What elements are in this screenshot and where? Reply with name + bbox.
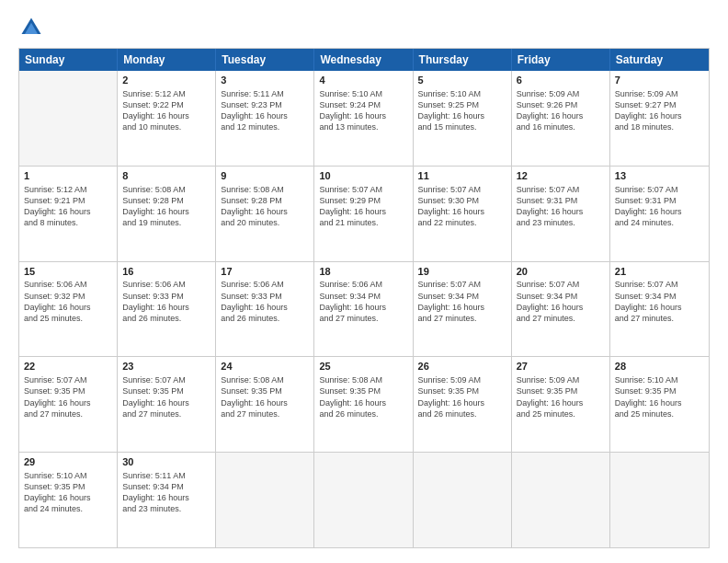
day-info: Sunrise: 5:08 AM Sunset: 9:35 PM Dayligh… xyxy=(221,374,309,419)
calendar-row-0: 2Sunrise: 5:12 AM Sunset: 9:22 PM Daylig… xyxy=(19,71,709,166)
day-info: Sunrise: 5:12 AM Sunset: 9:22 PM Dayligh… xyxy=(122,88,210,133)
day-cell-13: 13Sunrise: 5:07 AM Sunset: 9:31 PM Dayli… xyxy=(610,167,709,261)
day-info: Sunrise: 5:11 AM Sunset: 9:34 PM Dayligh… xyxy=(122,470,210,515)
day-number: 15 xyxy=(24,265,112,279)
day-cell-2: 2Sunrise: 5:12 AM Sunset: 9:22 PM Daylig… xyxy=(118,71,216,166)
day-info: Sunrise: 5:10 AM Sunset: 9:35 PM Dayligh… xyxy=(615,374,704,419)
day-cell-27: 27Sunrise: 5:09 AM Sunset: 9:35 PM Dayli… xyxy=(512,357,610,452)
calendar-header: SundayMondayTuesdayWednesdayThursdayFrid… xyxy=(19,49,709,71)
day-number: 7 xyxy=(615,74,704,87)
calendar-row-3: 22Sunrise: 5:07 AM Sunset: 9:35 PM Dayli… xyxy=(19,356,709,452)
empty-cell-4-3 xyxy=(314,453,413,547)
day-info: Sunrise: 5:07 AM Sunset: 9:30 PM Dayligh… xyxy=(418,184,506,229)
day-cell-9: 9Sunrise: 5:08 AM Sunset: 9:28 PM Daylig… xyxy=(216,167,314,261)
day-cell-1: 1Sunrise: 5:12 AM Sunset: 9:21 PM Daylig… xyxy=(19,167,118,261)
day-number: 17 xyxy=(221,265,309,279)
day-cell-15: 15Sunrise: 5:06 AM Sunset: 9:32 PM Dayli… xyxy=(19,262,118,357)
day-cell-30: 30Sunrise: 5:11 AM Sunset: 9:34 PM Dayli… xyxy=(118,453,216,547)
header-day-saturday: Saturday xyxy=(610,49,709,71)
empty-cell-0-0 xyxy=(19,71,118,166)
day-number: 27 xyxy=(517,360,605,373)
day-info: Sunrise: 5:12 AM Sunset: 9:21 PM Dayligh… xyxy=(24,184,112,229)
day-info: Sunrise: 5:10 AM Sunset: 9:24 PM Dayligh… xyxy=(319,88,407,133)
day-number: 3 xyxy=(221,74,309,87)
day-info: Sunrise: 5:09 AM Sunset: 9:35 PM Dayligh… xyxy=(418,374,506,419)
day-cell-28: 28Sunrise: 5:10 AM Sunset: 9:35 PM Dayli… xyxy=(610,357,709,452)
header-day-wednesday: Wednesday xyxy=(314,49,413,71)
day-cell-19: 19Sunrise: 5:07 AM Sunset: 9:34 PM Dayli… xyxy=(414,262,512,357)
day-info: Sunrise: 5:08 AM Sunset: 9:28 PM Dayligh… xyxy=(122,184,210,229)
header-day-thursday: Thursday xyxy=(414,49,512,71)
day-cell-17: 17Sunrise: 5:06 AM Sunset: 9:33 PM Dayli… xyxy=(216,262,314,357)
day-number: 11 xyxy=(418,169,506,183)
day-cell-6: 6Sunrise: 5:09 AM Sunset: 9:26 PM Daylig… xyxy=(512,71,610,166)
day-info: Sunrise: 5:07 AM Sunset: 9:35 PM Dayligh… xyxy=(24,374,112,419)
day-number: 1 xyxy=(24,169,112,183)
day-number: 28 xyxy=(615,360,704,373)
calendar-body: 2Sunrise: 5:12 AM Sunset: 9:22 PM Daylig… xyxy=(19,71,709,547)
day-number: 25 xyxy=(319,360,407,373)
day-number: 2 xyxy=(122,74,210,87)
day-cell-25: 25Sunrise: 5:08 AM Sunset: 9:35 PM Dayli… xyxy=(314,357,413,452)
empty-cell-4-4 xyxy=(414,453,512,547)
day-number: 22 xyxy=(24,360,112,373)
empty-cell-4-2 xyxy=(216,453,314,547)
day-cell-24: 24Sunrise: 5:08 AM Sunset: 9:35 PM Dayli… xyxy=(216,357,314,452)
day-number: 19 xyxy=(418,265,506,279)
day-cell-18: 18Sunrise: 5:06 AM Sunset: 9:34 PM Dayli… xyxy=(314,262,413,357)
day-cell-10: 10Sunrise: 5:07 AM Sunset: 9:29 PM Dayli… xyxy=(314,167,413,261)
day-cell-26: 26Sunrise: 5:09 AM Sunset: 9:35 PM Dayli… xyxy=(414,357,512,452)
calendar-row-4: 29Sunrise: 5:10 AM Sunset: 9:35 PM Dayli… xyxy=(19,452,709,547)
day-info: Sunrise: 5:06 AM Sunset: 9:33 PM Dayligh… xyxy=(122,279,210,324)
day-cell-8: 8Sunrise: 5:08 AM Sunset: 9:28 PM Daylig… xyxy=(118,167,216,261)
day-number: 13 xyxy=(615,169,704,183)
day-number: 12 xyxy=(517,169,605,183)
page: SundayMondayTuesdayWednesdayThursdayFrid… xyxy=(0,0,728,563)
day-number: 10 xyxy=(319,169,407,183)
day-number: 20 xyxy=(517,265,605,279)
day-info: Sunrise: 5:09 AM Sunset: 9:35 PM Dayligh… xyxy=(517,374,605,419)
calendar: SundayMondayTuesdayWednesdayThursdayFrid… xyxy=(18,48,710,548)
day-cell-20: 20Sunrise: 5:07 AM Sunset: 9:34 PM Dayli… xyxy=(512,262,610,357)
day-info: Sunrise: 5:07 AM Sunset: 9:34 PM Dayligh… xyxy=(615,279,704,324)
day-number: 26 xyxy=(418,360,506,373)
day-number: 16 xyxy=(122,265,210,279)
empty-cell-4-5 xyxy=(512,453,610,547)
day-cell-7: 7Sunrise: 5:09 AM Sunset: 9:27 PM Daylig… xyxy=(610,71,709,166)
day-cell-4: 4Sunrise: 5:10 AM Sunset: 9:24 PM Daylig… xyxy=(314,71,413,166)
day-cell-12: 12Sunrise: 5:07 AM Sunset: 9:31 PM Dayli… xyxy=(512,167,610,261)
header-day-friday: Friday xyxy=(512,49,610,71)
day-info: Sunrise: 5:07 AM Sunset: 9:34 PM Dayligh… xyxy=(418,279,506,324)
day-cell-21: 21Sunrise: 5:07 AM Sunset: 9:34 PM Dayli… xyxy=(610,262,709,357)
day-number: 6 xyxy=(517,74,605,87)
day-info: Sunrise: 5:10 AM Sunset: 9:35 PM Dayligh… xyxy=(24,470,112,515)
header-day-monday: Monday xyxy=(118,49,216,71)
day-info: Sunrise: 5:09 AM Sunset: 9:26 PM Dayligh… xyxy=(517,88,605,133)
calendar-row-1: 1Sunrise: 5:12 AM Sunset: 9:21 PM Daylig… xyxy=(19,166,709,261)
day-number: 23 xyxy=(122,360,210,373)
day-number: 29 xyxy=(24,455,112,469)
day-number: 4 xyxy=(319,74,407,87)
logo xyxy=(18,15,48,40)
day-cell-29: 29Sunrise: 5:10 AM Sunset: 9:35 PM Dayli… xyxy=(19,453,118,547)
day-number: 21 xyxy=(615,265,704,279)
day-cell-11: 11Sunrise: 5:07 AM Sunset: 9:30 PM Dayli… xyxy=(414,167,512,261)
day-info: Sunrise: 5:08 AM Sunset: 9:28 PM Dayligh… xyxy=(221,184,309,229)
day-cell-5: 5Sunrise: 5:10 AM Sunset: 9:25 PM Daylig… xyxy=(414,71,512,166)
day-info: Sunrise: 5:07 AM Sunset: 9:31 PM Dayligh… xyxy=(517,184,605,229)
day-info: Sunrise: 5:07 AM Sunset: 9:35 PM Dayligh… xyxy=(122,374,210,419)
day-cell-3: 3Sunrise: 5:11 AM Sunset: 9:23 PM Daylig… xyxy=(216,71,314,166)
day-info: Sunrise: 5:07 AM Sunset: 9:31 PM Dayligh… xyxy=(615,184,704,229)
day-number: 24 xyxy=(221,360,309,373)
day-info: Sunrise: 5:08 AM Sunset: 9:35 PM Dayligh… xyxy=(319,374,407,419)
day-number: 30 xyxy=(122,455,210,469)
day-info: Sunrise: 5:06 AM Sunset: 9:32 PM Dayligh… xyxy=(24,279,112,324)
calendar-row-2: 15Sunrise: 5:06 AM Sunset: 9:32 PM Dayli… xyxy=(19,261,709,357)
header-day-tuesday: Tuesday xyxy=(216,49,314,71)
day-info: Sunrise: 5:09 AM Sunset: 9:27 PM Dayligh… xyxy=(615,88,704,133)
header xyxy=(18,15,710,40)
day-number: 5 xyxy=(418,74,506,87)
day-number: 8 xyxy=(122,169,210,183)
day-cell-22: 22Sunrise: 5:07 AM Sunset: 9:35 PM Dayli… xyxy=(19,357,118,452)
day-number: 9 xyxy=(221,169,309,183)
